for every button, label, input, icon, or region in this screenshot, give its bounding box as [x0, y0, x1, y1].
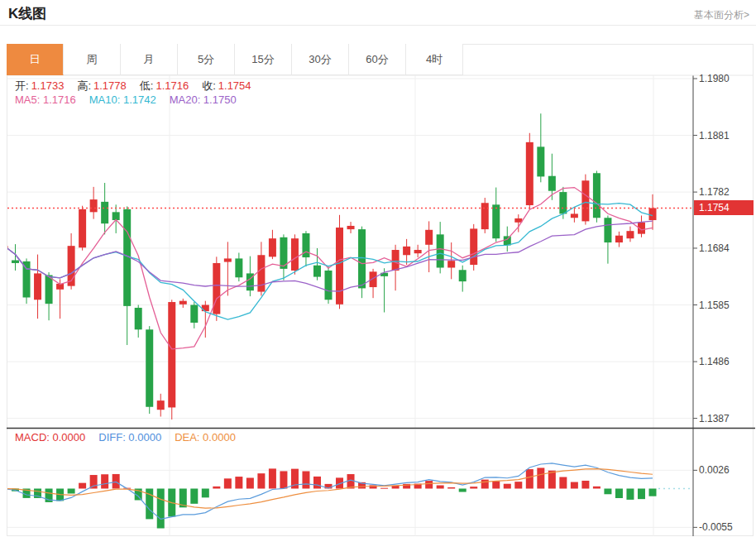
candlestick-series [1, 113, 657, 420]
current-price-badge: 1.1754 [694, 200, 754, 215]
price-tick-label: 1.1684 [699, 242, 730, 254]
price-tick-label: 1.1387 [699, 413, 730, 424]
ohlc-readout: 开:1.1733高:1.1778低:1.1716收:1.1754 [15, 79, 265, 93]
ma-item: MA5: 1.1716 [15, 93, 76, 106]
gridlines [7, 75, 692, 536]
ma-readout: MA5: 1.1716MA10: 1.1742MA20: 1.1750 [15, 93, 250, 106]
period-tabbar: 日周月5分15分30分60分4时 [7, 44, 463, 75]
tab-周[interactable]: 周 [64, 44, 121, 75]
macd-tick-label: 0.0026 [699, 464, 730, 476]
tab-5分[interactable]: 5分 [178, 44, 235, 75]
price-tick-label: 1.1782 [699, 186, 730, 198]
kline-widget-page: K线图 基本面分析> 日周月5分15分30分60分4时 开:1.1733高:1.… [0, 0, 756, 537]
price-tick-label: 1.1585 [699, 300, 730, 311]
ohlc-item: 高:1.1778 [77, 79, 126, 93]
macd-item: DEA: 0.0000 [175, 431, 236, 444]
ohlc-item: 收:1.1754 [202, 79, 251, 93]
macd-readout: MACD: 0.0000DIFF: 0.0000DEA: 0.0000 [15, 431, 249, 444]
ohlc-item: 开:1.1733 [15, 79, 64, 93]
tab-日[interactable]: 日 [7, 44, 64, 75]
price-tick-label: 1.1486 [699, 356, 730, 367]
tab-60分[interactable]: 60分 [349, 44, 406, 75]
macd-item: DIFF: 0.0000 [98, 431, 161, 444]
tab-4时[interactable]: 4时 [406, 44, 463, 75]
ma-item: MA20: 1.1750 [170, 93, 237, 106]
tab-月[interactable]: 月 [121, 44, 178, 75]
ma-item: MA10: 1.1742 [89, 93, 156, 106]
price-tick-label: 1.1881 [699, 130, 730, 141]
tab-30分[interactable]: 30分 [292, 44, 349, 75]
macd-series [1, 463, 692, 529]
ohlc-item: 低:1.1716 [140, 79, 189, 93]
macd-tick-label: -0.0055 [699, 521, 733, 533]
tab-15分[interactable]: 15分 [235, 44, 292, 75]
macd-item: MACD: 0.0000 [15, 431, 85, 444]
price-tick-label: 1.1980 [699, 73, 730, 84]
